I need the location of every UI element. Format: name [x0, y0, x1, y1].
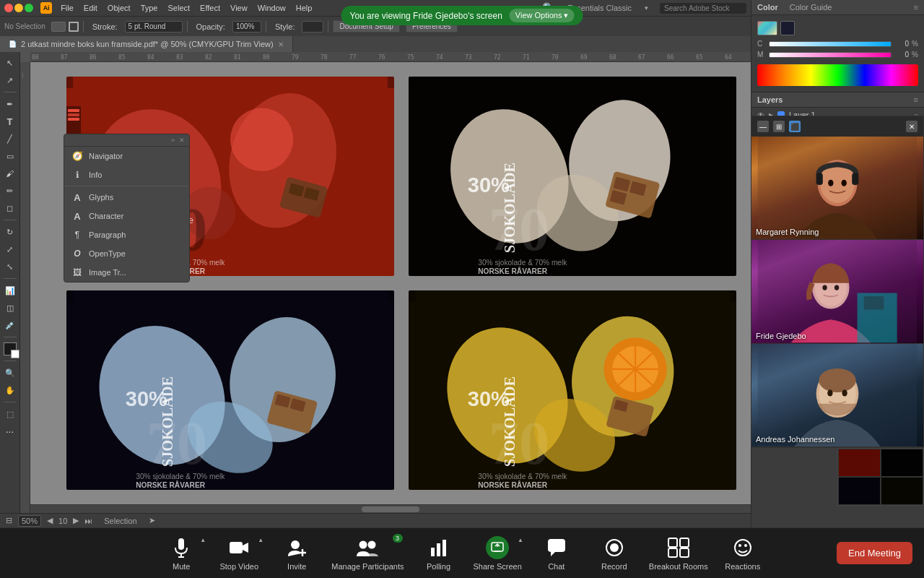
artboard-canvas[interactable]: sjokolade med bringebær sjokolade med br…	[30, 62, 751, 504]
zoom-value[interactable]: 50%	[18, 515, 41, 527]
menu-select[interactable]: Select	[163, 2, 194, 14]
panel-close-icon[interactable]: ✕	[179, 137, 185, 144]
scroll-thumb[interactable]	[362, 506, 419, 512]
share-screen-arrow-icon[interactable]: ▲	[518, 537, 523, 543]
zoom-expand-btn[interactable]: ⬛	[789, 121, 801, 132]
minimize-button[interactable]	[14, 4, 23, 12]
svg-point-30	[230, 108, 293, 171]
stop-video-button[interactable]: Stop Video ▲	[210, 528, 268, 579]
pen-tool[interactable]: ✒	[2, 96, 18, 112]
eraser-tool[interactable]: ◻	[2, 200, 18, 216]
rotate-tool[interactable]: ↻	[2, 224, 18, 240]
artboard-next[interactable]: ▶	[73, 516, 79, 525]
pencil-tool[interactable]: ✏	[2, 183, 18, 199]
document-tab[interactable]: 📄 2 utkast mindre boks kun framside.pdf*…	[0, 36, 293, 52]
maximize-button[interactable]	[25, 4, 33, 12]
rectangle-tool[interactable]: ▭	[2, 148, 18, 164]
share-screen-button[interactable]: Share Screen ▲	[468, 528, 528, 579]
layers-panel-header: Layers ≡	[751, 92, 924, 108]
svg-text:86: 86	[90, 54, 97, 61]
zoom-close-btn[interactable]: ✕	[906, 121, 918, 132]
color-guide-title[interactable]: Color Guide	[790, 3, 832, 12]
color-spectrum-swatch[interactable]	[757, 21, 777, 35]
image-trace-item[interactable]: 🖼 Image Tr...	[64, 263, 189, 282]
reactions-button[interactable]: Reactions	[714, 528, 772, 579]
stroke-color-swatch[interactable]	[69, 22, 79, 32]
horizontal-scrollbar[interactable]	[30, 504, 751, 513]
glyphs-item[interactable]: A Glyphs	[64, 188, 189, 207]
navigator-item[interactable]: 🧭 Navigator	[64, 147, 189, 165]
chat-button[interactable]: Chat	[528, 528, 585, 579]
view-options-button[interactable]: View Options ▾	[510, 9, 575, 22]
m-slider[interactable]	[769, 52, 892, 58]
opacity-value[interactable]: 100%	[232, 21, 261, 33]
menu-help[interactable]: Help	[292, 2, 317, 14]
menu-window[interactable]: Window	[253, 2, 290, 14]
stroke-value[interactable]: 5 pt. Round	[125, 21, 183, 33]
paragraph-item[interactable]: ¶ Paragraph	[64, 225, 189, 244]
artboard-prev[interactable]: ◀	[47, 516, 53, 525]
card-2-dark[interactable]: mørk sjokolademelk mørk sjokolademelk mø…	[409, 77, 736, 276]
menu-file[interactable]: File	[56, 2, 78, 14]
card-3-blue[interactable]: Original Hvit Sjokolademelk Original Hvi…	[66, 290, 394, 490]
artboard-last[interactable]: ⏭	[84, 517, 92, 525]
scale-tool[interactable]: ⤡	[2, 259, 18, 275]
info-item[interactable]: ℹ Info	[64, 165, 189, 184]
fill-color-swatch[interactable]	[51, 22, 66, 32]
zoom-tool[interactable]: 🔍	[2, 365, 18, 381]
ai-content-area: ↖ ↗ ✒ T ╱ ▭ 🖌 ✏ ◻ ↻ ⤢ ⤡ 📊 ◫ 💉 🔍 ✋	[0, 52, 751, 513]
mute-arrow-icon[interactable]: ▲	[200, 537, 206, 543]
menu-view[interactable]: View	[226, 2, 252, 14]
more-tools[interactable]: ···	[2, 423, 18, 439]
panel-divider	[64, 186, 189, 186]
artboard-num[interactable]: 10	[58, 517, 67, 525]
close-button[interactable]	[4, 4, 13, 12]
eyedropper-tool[interactable]: 💉	[2, 317, 18, 333]
character-item[interactable]: A Character	[64, 207, 189, 225]
select-tool[interactable]: ↖	[2, 55, 18, 71]
breakout-rooms-button[interactable]: Breakout Rooms	[643, 528, 714, 579]
tab-close-icon[interactable]: ✕	[278, 40, 284, 48]
card-4-yellow[interactable]: sjokolademelk med appelsin sjokolademelk…	[409, 290, 736, 490]
zoom-tile-btn[interactable]: ⊞	[773, 121, 785, 132]
fill-indicator[interactable]	[4, 342, 17, 355]
mic-icon	[170, 536, 193, 559]
graph-tool[interactable]: 📊	[2, 282, 18, 298]
style-swatch[interactable]	[302, 21, 323, 33]
andreas-silhouette	[751, 344, 923, 447]
panel-menu-icon[interactable]: ≡	[914, 3, 918, 12]
text-tool[interactable]: T	[2, 113, 18, 129]
polling-button[interactable]: Polling	[410, 528, 468, 579]
gradient-tool[interactable]: ◫	[2, 300, 18, 316]
svg-point-101	[827, 389, 832, 396]
zoom-minimize-btn[interactable]: —	[757, 121, 769, 132]
stock-search-input[interactable]: Search Adobe Stock	[660, 3, 746, 14]
color-preview-swatch[interactable]	[780, 21, 795, 35]
line-tool[interactable]: ╱	[2, 131, 18, 147]
layers-menu-icon[interactable]: ≡	[914, 95, 918, 104]
invite-label: Invite	[287, 562, 306, 571]
opentype-item[interactable]: O OpenType	[64, 244, 189, 263]
record-button[interactable]: Record	[585, 528, 643, 579]
stop-video-arrow-icon[interactable]: ▲	[258, 537, 263, 543]
manage-participants-button[interactable]: Manage Participants 3	[326, 528, 409, 579]
reflect-tool[interactable]: ⤢	[2, 241, 18, 257]
menu-object[interactable]: Object	[103, 2, 135, 14]
color-spectrum-bar[interactable]	[757, 64, 918, 86]
invite-button[interactable]: Invite	[268, 528, 326, 579]
zoom-label[interactable]: ⊟	[6, 516, 12, 525]
mute-button[interactable]: Mute ▲	[152, 528, 210, 579]
hand-tool[interactable]: ✋	[2, 382, 18, 398]
c-slider[interactable]	[769, 41, 892, 47]
menu-type[interactable]: Type	[136, 2, 162, 14]
end-meeting-button[interactable]: End Meeting	[837, 542, 912, 564]
paintbrush-tool[interactable]: 🖌	[2, 165, 18, 181]
menu-effect[interactable]: Effect	[196, 2, 225, 14]
color-title[interactable]: Color	[757, 3, 778, 12]
artboard-tool[interactable]: ⬚	[2, 406, 18, 422]
svg-text:75: 75	[407, 54, 414, 61]
panel-expand-icon[interactable]: »	[171, 137, 175, 144]
menu-edit[interactable]: Edit	[79, 2, 102, 14]
workspace-dropdown-icon[interactable]: ▾	[640, 3, 653, 13]
direct-select-tool[interactable]: ↗	[2, 72, 18, 88]
